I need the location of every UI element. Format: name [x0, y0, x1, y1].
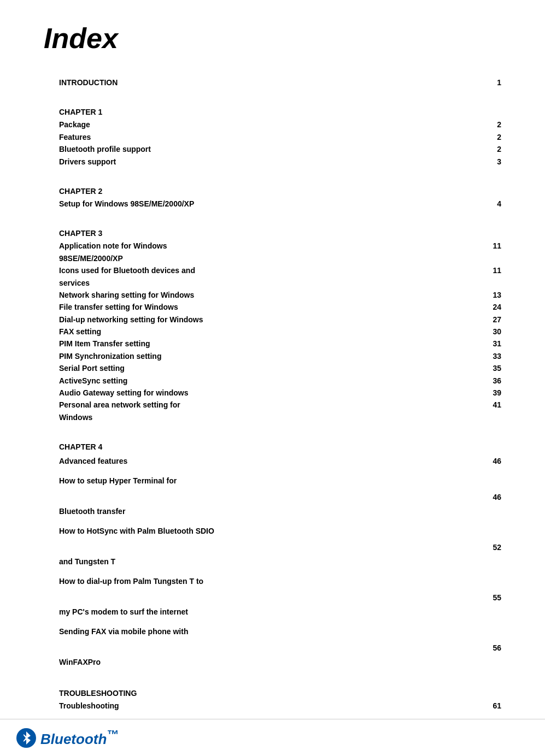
chapter3-entry-6: PIM Item Transfer setting 31 [59, 338, 501, 350]
chapter3-label-3: File transfer setting for Windows [59, 301, 479, 313]
chapter1-entry-3: Drivers support 3 [59, 156, 501, 168]
chapter3-page-11: 41 [479, 399, 501, 423]
chapter3-page-0: 11 [479, 240, 501, 264]
chapter1-label-2: Bluetooth profile support [59, 143, 479, 155]
chapter3-entry-8: Serial Port setting 35 [59, 362, 501, 374]
chapter4-label-3: How to dial-up from Palm Tungsten T tomy… [59, 574, 479, 619]
chapter3-entry-1: Icons used for Bluetooth devices andserv… [59, 264, 501, 289]
troubleshooting-entry-0: Troubleshooting 61 [59, 700, 501, 712]
chapter1-page-0: 2 [479, 119, 501, 131]
chapter3-entry-7: PIM Synchronization setting 33 [59, 350, 501, 362]
chapter1-entry-0: Package 2 [59, 119, 501, 131]
chapter2-entry-0: Setup for Windows 98SE/ME/2000/XP 4 [59, 198, 501, 210]
chapter3-entry-10: Audio Gateway setting for windows 39 [59, 387, 501, 399]
chapter1-header: CHAPTER 1 [59, 108, 501, 116]
chapter3-label-10: Audio Gateway setting for windows [59, 387, 479, 399]
chapter3-label-1: Icons used for Bluetooth devices andserv… [59, 264, 479, 289]
chapter4-page-3: 55 [479, 574, 501, 619]
introduction-entry: INTRODUCTION 1 [59, 76, 501, 88]
trademark-symbol: ™ [107, 728, 119, 741]
content-area: INTRODUCTION 1 CHAPTER 1 Package 2 Featu… [59, 76, 501, 712]
chapter3-label-2: Network sharing setting for Windows [59, 289, 479, 301]
chapter4-entry-1: How to setup Hyper Terminal forBluetooth… [59, 473, 501, 519]
chapter4-entry-2: How to HotSync with Palm Bluetooth SDIOa… [59, 523, 501, 569]
chapter3-page-3: 24 [479, 301, 501, 313]
chapter3-label-7: PIM Synchronization setting [59, 350, 479, 362]
chapter2-label-0: Setup for Windows 98SE/ME/2000/XP [59, 198, 479, 210]
chapter3-entry-11: Personal area network setting forWindows… [59, 399, 501, 423]
chapter4-label-1: How to setup Hyper Terminal forBluetooth… [59, 473, 479, 519]
chapter3-label-0: Application note for Windows98SE/ME/2000… [59, 240, 479, 264]
chapter3-entry-2: Network sharing setting for Windows 13 [59, 289, 501, 301]
chapter4-page-0: 46 [479, 453, 501, 469]
chapter4-header: CHAPTER 4 [59, 442, 501, 451]
chapter3-header: CHAPTER 3 [59, 229, 501, 238]
page-container: Index INTRODUCTION 1 CHAPTER 1 Package 2… [0, 0, 545, 756]
chapter3-page-4: 27 [479, 314, 501, 326]
bluetooth-logo: Bluetooth™ [16, 728, 119, 748]
chapter1-page-3: 3 [479, 156, 501, 168]
chapter3-entry-4: Dial-up networking setting for Windows 2… [59, 314, 501, 326]
chapter4-page-1: 46 [479, 473, 501, 519]
chapter4-section: CHAPTER 4 Advanced features 46 How to se… [59, 442, 501, 670]
chapter3-page-2: 13 [479, 289, 501, 301]
chapter3-label-5: FAX setting [59, 326, 479, 338]
chapter3-entry-5: FAX setting 30 [59, 326, 501, 338]
troubleshooting-page-0: 61 [479, 700, 501, 712]
chapter1-section: CHAPTER 1 Package 2 Features 2 Bluetooth… [59, 108, 501, 168]
chapter3-page-1: 11 [479, 264, 501, 289]
chapter2-header: CHAPTER 2 [59, 187, 501, 196]
chapter3-entry-9: ActiveSync setting 36 [59, 375, 501, 387]
bluetooth-brand-text: Bluetooth™ [40, 728, 119, 748]
chapter1-label-0: Package [59, 119, 479, 131]
chapter1-page-2: 2 [479, 143, 501, 155]
chapter3-page-6: 31 [479, 338, 501, 350]
chapter3-page-5: 30 [479, 326, 501, 338]
introduction-label: INTRODUCTION [59, 76, 479, 88]
troubleshooting-label-0: Troubleshooting [59, 700, 479, 712]
troubleshooting-section: TROUBLESHOOTING Troubleshooting 61 [59, 689, 501, 712]
chapter4-page-2: 52 [479, 523, 501, 569]
chapter3-section: CHAPTER 3 Application note for Windows98… [59, 229, 501, 423]
introduction-section: INTRODUCTION 1 [59, 76, 501, 88]
chapter3-page-8: 35 [479, 362, 501, 374]
chapter1-label-3: Drivers support [59, 156, 479, 168]
page-title: Index [44, 22, 545, 55]
footer: Bluetooth™ [0, 719, 545, 756]
chapter3-label-11: Personal area network setting forWindows [59, 399, 479, 423]
introduction-page: 1 [479, 76, 501, 88]
chapter4-label-4: Sending FAX via mobile phone withWinFAXP… [59, 624, 479, 670]
chapter1-entry-1: Features 2 [59, 131, 501, 143]
bluetooth-icon [16, 728, 36, 748]
chapter3-page-10: 39 [479, 387, 501, 399]
chapter4-page-4: 56 [479, 624, 501, 670]
chapter4-entry-0: Advanced features 46 [59, 453, 501, 469]
chapter1-label-1: Features [59, 131, 479, 143]
troubleshooting-header: TROUBLESHOOTING [59, 689, 501, 698]
chapter3-page-7: 33 [479, 350, 501, 362]
chapter1-page-1: 2 [479, 131, 501, 143]
chapter1-entry-2: Bluetooth profile support 2 [59, 143, 501, 155]
chapter3-label-8: Serial Port setting [59, 362, 479, 374]
chapter2-page-0: 4 [479, 198, 501, 210]
chapter4-entry-3: How to dial-up from Palm Tungsten T tomy… [59, 574, 501, 619]
chapter3-entry-3: File transfer setting for Windows 24 [59, 301, 501, 313]
chapter3-label-6: PIM Item Transfer setting [59, 338, 479, 350]
chapter3-label-4: Dial-up networking setting for Windows [59, 314, 479, 326]
chapter2-section: CHAPTER 2 Setup for Windows 98SE/ME/2000… [59, 187, 501, 210]
chapter4-label-2: How to HotSync with Palm Bluetooth SDIOa… [59, 523, 479, 569]
chapter4-entry-4: Sending FAX via mobile phone withWinFAXP… [59, 624, 501, 670]
chapter3-page-9: 36 [479, 375, 501, 387]
chapter3-entry-0: Application note for Windows98SE/ME/2000… [59, 240, 501, 264]
chapter3-label-9: ActiveSync setting [59, 375, 479, 387]
chapter4-label-0: Advanced features [59, 453, 479, 469]
